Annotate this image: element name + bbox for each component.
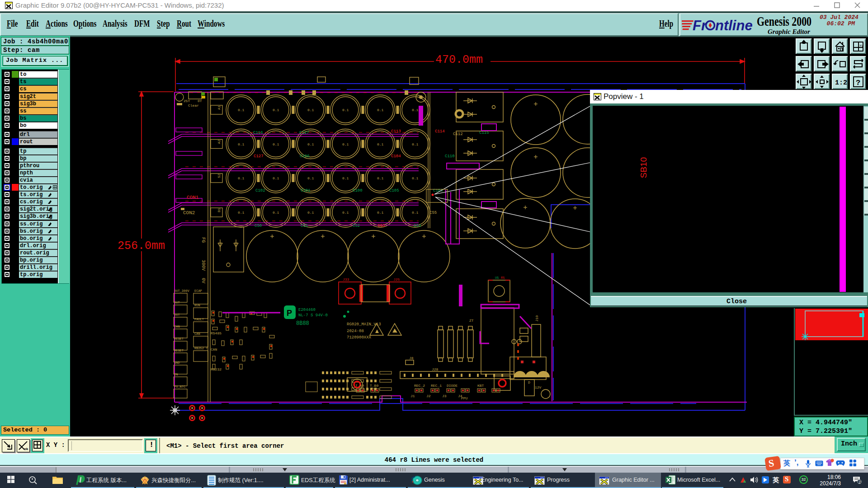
svg-text:C51: C51 bbox=[301, 224, 308, 228]
svg-text:KBT: KBT bbox=[477, 384, 484, 388]
svg-text:C101: C101 bbox=[301, 188, 311, 193]
svg-text:OUT: OUT bbox=[174, 301, 180, 305]
svg-text:C127: C127 bbox=[254, 154, 264, 159]
svg-text:J2: J2 bbox=[426, 394, 431, 398]
svg-text:0.1: 0.1 bbox=[342, 142, 349, 146]
svg-text:0.1: 0.1 bbox=[238, 176, 245, 180]
svg-text:12V: 12V bbox=[535, 385, 542, 389]
svg-text:0V: 0V bbox=[201, 278, 206, 283]
svg-text:J3: J3 bbox=[442, 394, 447, 398]
svg-text:2: 2 bbox=[859, 480, 861, 484]
svg-text:0.1: 0.1 bbox=[342, 176, 349, 180]
svg-text:C110: C110 bbox=[445, 154, 455, 159]
svg-text:C116: C116 bbox=[253, 131, 263, 135]
svg-text:REC_2: REC_2 bbox=[414, 384, 425, 388]
svg-text:CON1: CON1 bbox=[187, 195, 199, 200]
svg-text:P: P bbox=[287, 309, 292, 318]
svg-text:C117: C117 bbox=[299, 131, 309, 135]
svg-text:7120900XXX: 7120900XXX bbox=[347, 335, 372, 340]
svg-text:OUT_300V: OUT_300V bbox=[174, 289, 189, 293]
svg-text:?: ? bbox=[856, 79, 860, 87]
svg-text:PU_NTC: PU_NTC bbox=[174, 385, 185, 389]
svg-text:T_40: T_40 bbox=[355, 384, 364, 388]
svg-text:RB252 T: RB252 T bbox=[194, 347, 208, 350]
svg-text:C102: C102 bbox=[255, 188, 265, 193]
svg-text:J33: J33 bbox=[343, 277, 349, 282]
svg-text:0.1: 0.1 bbox=[377, 211, 384, 215]
svg-text:8B88: 8B88 bbox=[296, 320, 309, 327]
svg-text:0.1: 0.1 bbox=[238, 211, 245, 215]
svg-text:J25: J25 bbox=[393, 277, 400, 282]
svg-text:J1: J1 bbox=[410, 394, 415, 398]
svg-text:0Y: 0Y bbox=[198, 99, 202, 103]
svg-text:SB10: SB10 bbox=[639, 157, 648, 178]
svg-text:E204460: E204460 bbox=[298, 308, 316, 312]
svg-text:C55: C55 bbox=[429, 211, 437, 215]
svg-text:C114: C114 bbox=[435, 129, 445, 134]
svg-text:0.1: 0.1 bbox=[273, 142, 279, 146]
svg-text:RESET: RESET bbox=[174, 349, 184, 352]
svg-text:0.1: 0.1 bbox=[238, 108, 245, 112]
svg-text:0.1: 0.1 bbox=[238, 142, 245, 146]
svg-text:470.0mm: 470.0mm bbox=[435, 53, 483, 66]
svg-text:B1: B1 bbox=[217, 208, 221, 212]
svg-text:A1: A1 bbox=[217, 105, 221, 110]
svg-text:0.1: 0.1 bbox=[273, 211, 279, 215]
svg-text:0.1: 0.1 bbox=[412, 108, 419, 112]
svg-text:0.1: 0.1 bbox=[412, 176, 419, 180]
svg-text:D: D bbox=[528, 380, 530, 385]
svg-text:C113: C113 bbox=[391, 129, 401, 134]
svg-text:0.1: 0.1 bbox=[273, 108, 279, 112]
svg-text:25Y: 25Y bbox=[184, 99, 190, 103]
svg-text:J10: J10 bbox=[535, 315, 539, 322]
svg-text:A2: A2 bbox=[217, 140, 221, 144]
svg-text:0.1: 0.1 bbox=[377, 108, 384, 112]
svg-text:RS232: RS232 bbox=[211, 367, 222, 371]
svg-text:NL-7 S 94V-0: NL-7 S 94V-0 bbox=[298, 313, 328, 318]
svg-text:GND: GND bbox=[174, 361, 180, 365]
svg-text:C106: C106 bbox=[300, 154, 310, 159]
svg-text:0.1: 0.1 bbox=[342, 108, 349, 112]
svg-text:REC_1: REC_1 bbox=[431, 384, 442, 388]
svg-text:xy: xy bbox=[859, 44, 863, 47]
svg-text:C112: C112 bbox=[453, 132, 463, 136]
svg-text:FAULT: FAULT bbox=[194, 318, 204, 321]
svg-text:0.1: 0.1 bbox=[377, 176, 384, 180]
svg-text:C50: C50 bbox=[255, 224, 262, 228]
svg-text:0.1: 0.1 bbox=[307, 176, 314, 180]
svg-text:256.0mm: 256.0mm bbox=[118, 239, 165, 253]
svg-text:C105: C105 bbox=[389, 188, 399, 193]
svg-text:0.1: 0.1 bbox=[307, 211, 314, 215]
svg-text:C52: C52 bbox=[353, 224, 360, 228]
svg-text:T_B0: T_B0 bbox=[370, 384, 378, 388]
svg-text:S2: S2 bbox=[217, 174, 221, 178]
svg-text:DIODE: DIODE bbox=[447, 384, 458, 388]
svg-text:ok: ok bbox=[24, 447, 28, 451]
svg-text:0.1: 0.1 bbox=[412, 211, 419, 215]
svg-text:OUT: OUT bbox=[174, 313, 180, 317]
svg-text:U5: U5 bbox=[495, 276, 499, 280]
svg-text:0.1: 0.1 bbox=[342, 211, 349, 215]
svg-text:RUN: RUN bbox=[194, 304, 200, 307]
svg-text:CAN: CAN bbox=[211, 347, 217, 352]
svg-text:Clear: Clear bbox=[188, 103, 199, 108]
svg-text:0.1: 0.1 bbox=[273, 176, 279, 180]
svg-text:RS485: RS485 bbox=[211, 331, 222, 335]
svg-text:C104: C104 bbox=[391, 154, 401, 159]
svg-text:IN: IN bbox=[174, 373, 178, 376]
svg-text:ZT: ZT bbox=[469, 319, 474, 323]
svg-text:R5: R5 bbox=[501, 276, 505, 280]
svg-text:J4: J4 bbox=[458, 394, 462, 398]
svg-text:RESET: RESET bbox=[174, 337, 184, 341]
svg-text:ECAP: ECAP bbox=[194, 289, 202, 293]
svg-text:CON2: CON2 bbox=[183, 210, 195, 216]
svg-text:CAN: CAN bbox=[174, 325, 180, 328]
svg-text:C53: C53 bbox=[377, 224, 385, 228]
svg-text:C100: C100 bbox=[353, 188, 363, 193]
svg-text:2024-08: 2024-08 bbox=[347, 329, 364, 333]
svg-text:0.1: 0.1 bbox=[307, 108, 314, 112]
svg-text:0.1: 0.1 bbox=[307, 142, 314, 146]
svg-text:ntline: ntline bbox=[715, 18, 753, 33]
svg-text:300V: 300V bbox=[201, 260, 206, 271]
svg-text:J8: J8 bbox=[409, 356, 414, 360]
